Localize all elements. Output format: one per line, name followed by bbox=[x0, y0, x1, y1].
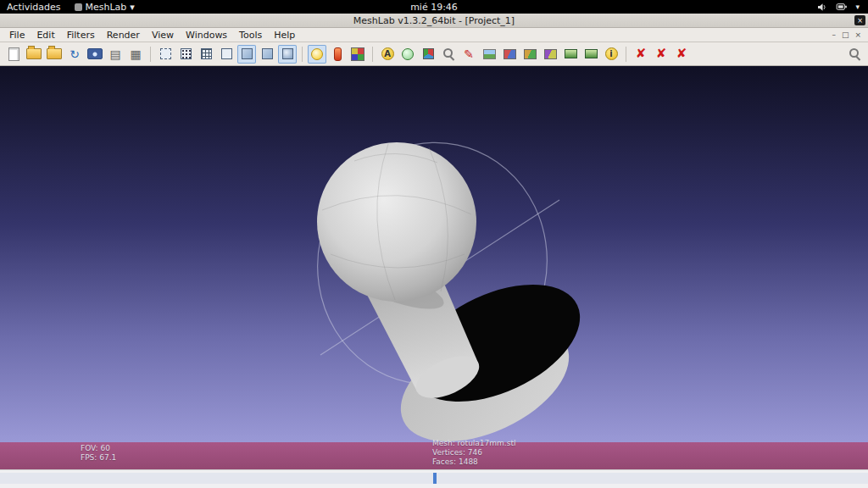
mdi-minimize[interactable]: – bbox=[832, 30, 836, 39]
points-render-mode-icon bbox=[181, 48, 192, 59]
toolbar-separator bbox=[302, 47, 303, 62]
align-tool-icon[interactable] bbox=[561, 45, 580, 64]
raster-mode-icon[interactable]: ▦ bbox=[126, 45, 145, 64]
menu-file[interactable]: File bbox=[3, 30, 31, 41]
delete-all-meshes-icon: ✘ bbox=[656, 47, 667, 60]
colorize-cube-icon bbox=[423, 48, 434, 59]
ambient-occlusion-icon[interactable]: A bbox=[378, 45, 397, 64]
bbox-render-mode-icon[interactable] bbox=[156, 45, 175, 64]
toolbar-separator bbox=[150, 47, 151, 62]
system-status-area[interactable]: ▾ bbox=[817, 3, 868, 12]
open-project-icon[interactable] bbox=[25, 45, 43, 64]
bbox-render-mode-icon bbox=[160, 48, 171, 59]
open-mesh-icon bbox=[47, 48, 62, 59]
select-vertices-icon[interactable] bbox=[520, 45, 539, 64]
gl-canvas[interactable] bbox=[0, 66, 868, 442]
manipulate-mesh-icon[interactable] bbox=[541, 45, 559, 64]
mdi-restore[interactable]: □ bbox=[842, 30, 849, 39]
light-on-off-icon[interactable] bbox=[308, 45, 326, 64]
hud-line: Faces: 1488 bbox=[432, 458, 515, 467]
select-vertices-icon bbox=[524, 49, 537, 59]
hud-line: FPS: 67.1 bbox=[81, 453, 116, 463]
flat-lines-render-mode-icon[interactable] bbox=[237, 45, 256, 64]
measure-tool-icon[interactable]: ✎ bbox=[459, 45, 478, 64]
new-empty-project-icon[interactable] bbox=[4, 45, 23, 64]
trackball-icon[interactable] bbox=[398, 45, 417, 64]
manipulate-mesh-icon bbox=[544, 49, 557, 59]
hidden-lines-render-mode-icon[interactable] bbox=[217, 45, 236, 64]
snapshot-image-icon bbox=[483, 49, 496, 59]
toolbar-separator bbox=[626, 47, 626, 62]
battery-icon bbox=[836, 3, 848, 11]
menubar: FileEditFiltersRenderViewWindowsToolsHel… bbox=[0, 28, 868, 42]
menu-edit[interactable]: Edit bbox=[31, 30, 60, 41]
zoom-tool-icon bbox=[442, 47, 455, 60]
app-icon bbox=[75, 3, 82, 11]
fancy-lighting-icon bbox=[334, 47, 342, 61]
toolbar-separator bbox=[372, 47, 373, 62]
terrain-tool-icon bbox=[585, 49, 598, 58]
points-render-mode-icon[interactable] bbox=[176, 45, 195, 64]
mesh-render bbox=[0, 66, 868, 442]
clock[interactable]: mié 19:46 bbox=[410, 2, 458, 13]
desktop: Actividades MeshLab ▾ mié 19:46 ▾ MeshLa… bbox=[0, 0, 868, 488]
texture-on-off-icon[interactable] bbox=[348, 45, 367, 64]
delete-current-mesh-icon[interactable]: ✘ bbox=[632, 45, 650, 64]
search-button[interactable] bbox=[845, 45, 864, 64]
zoom-tool-icon[interactable] bbox=[439, 45, 458, 64]
select-faces-icon[interactable] bbox=[500, 45, 519, 64]
show-layer-dialog-icon: ▤ bbox=[109, 48, 120, 60]
flat-render-mode-icon[interactable] bbox=[258, 45, 276, 64]
search-icon bbox=[849, 47, 861, 60]
menu-render[interactable]: Render bbox=[101, 30, 146, 41]
window-close-button[interactable]: × bbox=[854, 15, 865, 25]
info-pane-icon: i bbox=[605, 47, 618, 60]
ambient-occlusion-icon: A bbox=[381, 47, 394, 60]
texture-on-off-icon bbox=[351, 47, 364, 61]
terrain-tool-icon[interactable] bbox=[581, 45, 600, 64]
save-snapshot-icon bbox=[87, 48, 103, 59]
reload-mesh-icon[interactable]: ↻ bbox=[65, 45, 84, 64]
mdi-window-controls: –□× bbox=[832, 30, 868, 39]
app-menu-label: MeshLab bbox=[86, 2, 127, 13]
volume-icon bbox=[817, 3, 828, 12]
raster-mode-icon: ▦ bbox=[130, 48, 141, 60]
hud-mesh-info: Mesh: rotula17mm.stlVertices: 746Faces: … bbox=[432, 439, 515, 467]
light-on-off-icon bbox=[311, 48, 323, 60]
colorize-cube-icon[interactable] bbox=[419, 45, 437, 64]
window-titlebar[interactable]: MeshLab v1.3.2_64bit - [Project_1] × bbox=[0, 14, 868, 28]
toolbar-icons: ↻▤▦A✎i✘✘✘ bbox=[4, 45, 691, 64]
delete-current-mesh-icon: ✘ bbox=[636, 47, 647, 60]
open-mesh-icon[interactable] bbox=[45, 45, 64, 64]
delete-rasters-icon[interactable]: ✘ bbox=[672, 45, 691, 64]
mdi-close[interactable]: × bbox=[854, 30, 861, 39]
wireframe-render-mode-icon[interactable] bbox=[197, 45, 215, 64]
chevron-down-icon: ▾ bbox=[130, 2, 135, 13]
menu-tools[interactable]: Tools bbox=[233, 30, 268, 41]
measure-tool-icon: ✎ bbox=[464, 48, 474, 60]
activities-button[interactable]: Actividades bbox=[7, 2, 61, 13]
bottom-scrollbar[interactable] bbox=[0, 469, 868, 488]
hud-line: Mesh: rotula17mm.stl bbox=[432, 439, 515, 448]
delete-all-meshes-icon[interactable]: ✘ bbox=[652, 45, 670, 64]
app-menu-button[interactable]: MeshLab ▾ bbox=[75, 2, 135, 13]
info-pane-icon[interactable]: i bbox=[602, 45, 620, 64]
menu-filters[interactable]: Filters bbox=[61, 30, 101, 41]
menu-help[interactable]: Help bbox=[268, 30, 301, 41]
viewport-stage: FOV: 60FPS: 67.1 Mesh: rotula17mm.stlVer… bbox=[0, 66, 868, 469]
menu-windows[interactable]: Windows bbox=[180, 30, 233, 41]
trackball-icon bbox=[402, 48, 414, 60]
fancy-lighting-icon[interactable] bbox=[328, 45, 347, 64]
new-empty-project-icon bbox=[8, 47, 19, 61]
menu-view[interactable]: View bbox=[146, 30, 180, 41]
show-layer-dialog-icon[interactable]: ▤ bbox=[106, 45, 125, 64]
window-title: MeshLab v1.3.2_64bit - [Project_1] bbox=[353, 15, 515, 26]
hud-line: Vertices: 746 bbox=[432, 448, 515, 458]
save-snapshot-icon[interactable] bbox=[86, 45, 104, 64]
snapshot-image-icon[interactable] bbox=[480, 45, 498, 64]
mesh-sphere bbox=[317, 142, 476, 302]
smooth-render-mode-icon[interactable] bbox=[278, 45, 297, 64]
gnome-top-bar: Actividades MeshLab ▾ mié 19:46 ▾ bbox=[0, 0, 868, 14]
wireframe-render-mode-icon bbox=[201, 48, 212, 59]
scrollbar-thumb[interactable] bbox=[433, 473, 437, 484]
